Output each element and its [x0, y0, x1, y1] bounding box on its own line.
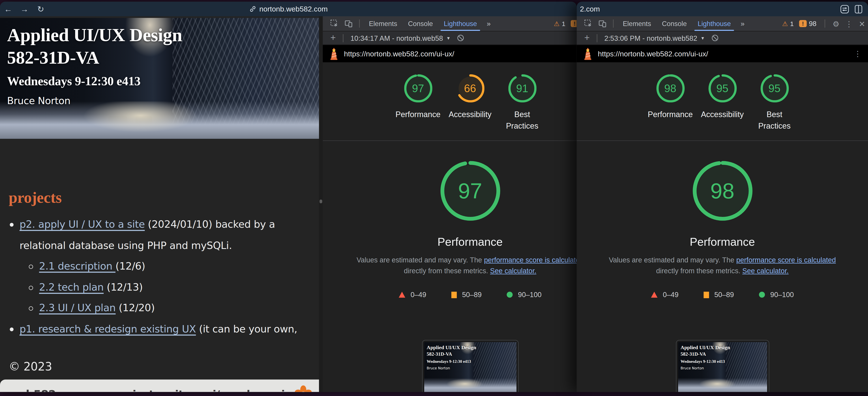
- legend-average-icon: [704, 292, 709, 298]
- score-description: Values are estimated and may vary. The p…: [351, 255, 577, 276]
- lighthouse-report: 97 Performance 66 Accessibility 91 Best …: [323, 62, 577, 392]
- nav-link-sites[interactable]: sites: [169, 388, 196, 392]
- divider: [825, 20, 825, 28]
- project-p1-link[interactable]: p1. research & redesign existing UX: [20, 323, 196, 334]
- issues-badge[interactable]: !98: [799, 20, 816, 27]
- device-toolbar-icon[interactable]: [341, 20, 355, 28]
- calc-explainer-link[interactable]: performance score is calculated: [736, 256, 836, 264]
- report-selector[interactable]: 10:34:17 AM - nortonb.web58 ▼: [350, 34, 451, 42]
- lighthouse-toolbar: + 2:53:06 PM - nortonb.web582 ▼: [577, 31, 868, 45]
- lighthouse-icon: [330, 47, 339, 60]
- legend-pass-icon: [507, 292, 513, 298]
- report-url: https://nortonb.web582.com/ui-ux/: [344, 50, 454, 58]
- divider: [613, 20, 614, 28]
- project-2-3-link[interactable]: 2.3 UI / UX plan: [39, 302, 116, 314]
- report-kebab-icon[interactable]: ⋮: [854, 50, 862, 58]
- divider: [343, 34, 343, 42]
- main-performance-gauge: 98: [692, 161, 753, 221]
- flower-logo-icon[interactable]: [294, 385, 312, 392]
- clear-reports-icon[interactable]: [711, 34, 719, 42]
- see-calculator-link[interactable]: See calculator.: [742, 267, 788, 275]
- list-item: 2.1 description (12/6): [9, 256, 299, 277]
- address-bar[interactable]: nortonb.web582.com: [249, 5, 328, 13]
- page-screenshot-thumbnail: Applied UI/UX Design 582-31D-VA Wednesda…: [422, 340, 519, 392]
- address-url: nortonb.web582.com: [259, 5, 328, 13]
- project-2-2-link[interactable]: 2.2 tech plan: [39, 281, 104, 293]
- more-tabs-icon[interactable]: »: [483, 20, 495, 28]
- score-accessibility[interactable]: 95 Accessibility: [708, 74, 737, 132]
- score-performance[interactable]: 97 Performance: [404, 74, 432, 132]
- devtools-tabbar: Elements Console Lighthouse » ⚠1 !98 ⚙ ⋮…: [577, 16, 868, 31]
- warning-icon: ⚠: [782, 20, 788, 27]
- divider: [597, 34, 597, 42]
- browser-toolbar: ← → ↻ nortonb.web582.com: [0, 2, 577, 16]
- device-toolbar-icon[interactable]: [595, 20, 609, 28]
- site-footer-nav: web582.com projects sites ui/ux dynamic: [0, 380, 319, 392]
- console-warnings-badge[interactable]: ⚠1: [554, 20, 565, 27]
- score-best-practices[interactable]: 95 Best Practices: [761, 74, 788, 132]
- console-warnings-badge[interactable]: ⚠1: [782, 20, 794, 27]
- tab-console[interactable]: Console: [403, 16, 438, 31]
- chevron-down-icon: ▼: [701, 36, 705, 40]
- legend-fail-icon: [651, 292, 657, 298]
- settings-gear-icon[interactable]: ⚙: [830, 19, 842, 28]
- lighthouse-toolbar: + 10:34:17 AM - nortonb.web58 ▼: [323, 31, 577, 45]
- new-report-button[interactable]: +: [327, 33, 339, 43]
- instructor-name: Bruce Norton: [7, 95, 182, 106]
- tab-lighthouse[interactable]: Lighthouse: [438, 16, 483, 31]
- nav-link-dynamic[interactable]: dynamic: [243, 388, 291, 392]
- list-item: p2. apply UI / UX to a site (2024/01/10)…: [9, 214, 299, 256]
- nav-link-uiux[interactable]: ui/ux: [206, 388, 234, 392]
- site-viewport: Applied UI/UX Design 582-31D-VA Wednesda…: [0, 16, 319, 392]
- back-button[interactable]: ←: [0, 2, 16, 16]
- forward-button[interactable]: →: [16, 2, 33, 16]
- more-tabs-icon[interactable]: »: [736, 20, 749, 28]
- nav-link-projects[interactable]: projects: [114, 388, 160, 392]
- clear-reports-icon[interactable]: [457, 34, 465, 42]
- devtools-drag-divider[interactable]: [319, 16, 323, 392]
- score-legend: 0–49 50–89 90–100: [577, 291, 868, 299]
- tab-lighthouse[interactable]: Lighthouse: [692, 16, 736, 31]
- site-main-content: projects p2. apply UI / UX to a site (20…: [9, 189, 299, 346]
- reload-button[interactable]: ↻: [33, 2, 49, 16]
- main-score-label: Performance: [323, 235, 577, 248]
- site-brand: web582.com: [9, 387, 85, 392]
- inspect-element-icon[interactable]: [581, 20, 595, 28]
- page-screenshot-thumbnail: Applied UI/UX Design 582-31D-VA Wednesda…: [676, 340, 769, 392]
- list-item: p1. research & redesign existing UX (it …: [9, 319, 299, 346]
- calc-explainer-link[interactable]: performance score is calculated: [484, 256, 577, 264]
- score-summary-row: 97 Performance 66 Accessibility 91 Best …: [323, 74, 577, 132]
- inspect-element-icon[interactable]: [327, 20, 341, 28]
- new-report-button[interactable]: +: [581, 33, 593, 43]
- course-code: 582-31D-VA: [7, 47, 182, 68]
- issues-badge[interactable]: !226: [571, 20, 577, 27]
- kebab-menu-icon[interactable]: ⋮: [843, 19, 855, 28]
- chevron-down-icon: ▼: [446, 36, 451, 40]
- tab-elements[interactable]: Elements: [364, 16, 403, 31]
- see-calculator-link[interactable]: See calculator.: [490, 267, 536, 275]
- browser-toolbar: 2.com: [577, 2, 868, 16]
- divider: [359, 20, 360, 28]
- best-practices-gauge: 91: [508, 74, 536, 103]
- copyright-text: © 2023: [9, 360, 52, 373]
- sidebar-icon[interactable]: [855, 5, 863, 13]
- devtools-tabbar: Elements Console Lighthouse » ⚠1 !226 ⚙: [323, 16, 577, 31]
- report-selector[interactable]: 2:53:06 PM - nortonb.web582 ▼: [604, 34, 705, 42]
- browser-window-left: ← → ↻ nortonb.web582.com Applied UI/UX D…: [0, 2, 577, 392]
- tab-console[interactable]: Console: [656, 16, 692, 31]
- list-item: 2.3 UI / UX plan (12/20): [9, 298, 299, 319]
- tab-elements[interactable]: Elements: [617, 16, 656, 31]
- project-p2-link[interactable]: p2. apply UI / UX to a site: [20, 219, 145, 230]
- project-2-1-link[interactable]: 2.1 description: [39, 260, 116, 272]
- course-schedule: Wednesdays 9-12:30 e413: [7, 74, 182, 89]
- legend-average-icon: [451, 292, 457, 298]
- score-performance[interactable]: 98 Performance: [656, 74, 684, 132]
- devtools-panel-left: Elements Console Lighthouse » ⚠1 !226 ⚙ …: [323, 16, 577, 392]
- divider: [323, 140, 577, 141]
- sliders-icon[interactable]: [840, 5, 849, 13]
- legend-pass-icon: [759, 292, 765, 298]
- score-best-practices[interactable]: 91 Best Practices: [508, 74, 536, 132]
- close-icon[interactable]: ✕: [856, 19, 868, 28]
- score-accessibility[interactable]: 66 Accessibility: [456, 74, 484, 132]
- scrollbar-thumb[interactable]: [320, 200, 322, 203]
